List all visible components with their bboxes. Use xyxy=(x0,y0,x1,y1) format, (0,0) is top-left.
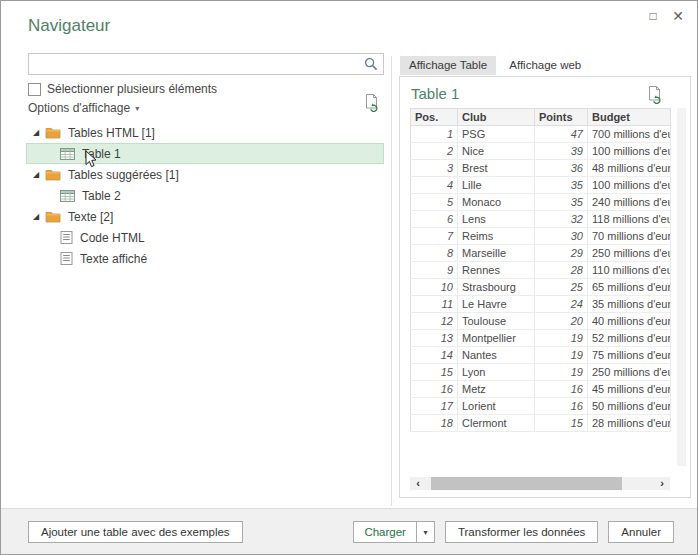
load-dropdown-button[interactable]: ▾ xyxy=(416,521,435,543)
table-cell: 28 millions d'euros xyxy=(588,415,671,432)
expand-arrow-icon[interactable]: ◢ xyxy=(33,171,43,179)
cancel-button[interactable]: Annuler xyxy=(608,521,674,543)
table-row: 8Marseille29250 millions d'euro xyxy=(411,245,671,262)
display-options-dropdown[interactable]: Options d'affichage ▾ xyxy=(28,101,139,115)
table-cell: 8 xyxy=(411,245,458,262)
refresh-icon[interactable] xyxy=(364,93,380,115)
mouse-cursor-icon xyxy=(85,150,97,171)
tree: ◢Tables HTML [1]Table 1◢Tables suggérées… xyxy=(26,122,384,269)
tree-item-label: Tables HTML [1] xyxy=(68,126,155,140)
tab-affichage-table[interactable]: Affichage Table xyxy=(400,56,496,75)
table-cell: 110 millions d'euro xyxy=(588,262,671,279)
table-cell: 75 millions d'euros xyxy=(588,347,671,364)
preview-title: Table 1 xyxy=(411,85,459,102)
table-cell: 15 xyxy=(535,415,588,432)
folder-icon xyxy=(45,168,61,181)
footer: Ajouter une table avec des exemples Char… xyxy=(1,508,697,554)
load-split-button: Charger ▾ xyxy=(353,521,435,543)
tree-item-tables-sugg-r-es-1-[interactable]: ◢Tables suggérées [1] xyxy=(26,164,384,185)
tree-item-table-2[interactable]: Table 2 xyxy=(26,185,384,206)
table-cell: 50 millions d'euros xyxy=(588,398,671,415)
expand-arrow-icon[interactable]: ◢ xyxy=(33,213,43,221)
table-cell: Metz xyxy=(458,381,535,398)
table-cell: 20 xyxy=(535,313,588,330)
table-cell: 16 xyxy=(411,381,458,398)
search-box[interactable] xyxy=(28,53,384,75)
table-cell: 24 xyxy=(535,296,588,313)
table-cell: 35 xyxy=(535,177,588,194)
display-options-label: Options d'affichage xyxy=(28,101,130,115)
table-cell: 6 xyxy=(411,211,458,228)
table-cell: 100 millions d'euro xyxy=(588,143,671,160)
multi-select-checkbox[interactable] xyxy=(28,83,41,96)
text-file-icon xyxy=(60,231,73,244)
table-cell: 25 xyxy=(535,279,588,296)
folder-icon xyxy=(45,126,61,139)
scroll-right-icon[interactable]: › xyxy=(654,477,670,490)
tree-item-table-1[interactable]: Table 1 xyxy=(26,143,384,164)
table-cell: Brest xyxy=(458,160,535,177)
scrollbar-track[interactable] xyxy=(426,477,654,490)
table-cell: 35 xyxy=(535,194,588,211)
add-table-from-examples-button[interactable]: Ajouter une table avec des exemples xyxy=(28,521,243,543)
search-icon[interactable] xyxy=(364,57,378,71)
table-cell: 30 xyxy=(535,228,588,245)
table-row: 16Metz1645 millions d'euros xyxy=(411,381,671,398)
expand-arrow-icon[interactable]: ◢ xyxy=(33,129,43,137)
table-cell: Lyon xyxy=(458,364,535,381)
table-cell: 36 xyxy=(535,160,588,177)
table-cell: Le Havre xyxy=(458,296,535,313)
table-cell: 5 xyxy=(411,194,458,211)
table-cell: 9 xyxy=(411,262,458,279)
search-input[interactable] xyxy=(29,55,364,73)
table-row: 17Lorient1650 millions d'euros xyxy=(411,398,671,415)
transform-data-button[interactable]: Transformer les données xyxy=(445,521,598,543)
column-header: Pos. xyxy=(411,109,458,126)
table-row: 12Toulouse2040 millions d'euros xyxy=(411,313,671,330)
vertical-scrollbar[interactable] xyxy=(677,108,686,466)
refresh-preview-icon[interactable] xyxy=(647,85,663,107)
table-cell: 118 millions d'euro xyxy=(588,211,671,228)
tree-item-code-html[interactable]: Code HTML xyxy=(26,227,384,248)
table-cell: 52 millions d'euros xyxy=(588,330,671,347)
table-row: 6Lens32118 millions d'euro xyxy=(411,211,671,228)
multi-select-row[interactable]: Sélectionner plusieurs éléments xyxy=(28,82,217,96)
tree-item-tables-html-1-[interactable]: ◢Tables HTML [1] xyxy=(26,122,384,143)
tree-item-texte-2-[interactable]: ◢Texte [2] xyxy=(26,206,384,227)
horizontal-scrollbar[interactable]: ‹ › xyxy=(410,477,670,490)
maximize-button[interactable]: □ xyxy=(643,6,663,26)
table-cell: 7 xyxy=(411,228,458,245)
table-row: 15Lyon19250 millions d'euro xyxy=(411,364,671,381)
tree-item-label: Table 2 xyxy=(82,189,121,203)
tree-item-texte-affich-[interactable]: Texte affiché xyxy=(26,248,384,269)
table-cell: 70 millions d'euros xyxy=(588,228,671,245)
chevron-down-icon: ▾ xyxy=(135,104,139,113)
table-cell: 17 xyxy=(411,398,458,415)
scrollbar-thumb[interactable] xyxy=(431,477,623,490)
tab-affichage-web[interactable]: Affichage web xyxy=(500,56,590,75)
table-cell: 250 millions d'euro xyxy=(588,364,671,381)
table-cell: 19 xyxy=(535,364,588,381)
panel-divider xyxy=(391,56,392,506)
table-icon xyxy=(60,148,75,160)
preview-table: Pos.ClubPointsBudget 1PSG47700 millions … xyxy=(410,108,671,432)
table-cell: Nice xyxy=(458,143,535,160)
close-button[interactable]: ✕ xyxy=(668,6,688,26)
table-header-row: Pos.ClubPointsBudget xyxy=(411,109,671,126)
text-file-icon xyxy=(60,252,73,265)
table-cell: Clermont xyxy=(458,415,535,432)
table-row: 7Reims3070 millions d'euros xyxy=(411,228,671,245)
table-cell: Lens xyxy=(458,211,535,228)
table-cell: 35 millions d'euros xyxy=(588,296,671,313)
table-cell: 16 xyxy=(535,398,588,415)
tree-item-label: Code HTML xyxy=(80,231,145,245)
table-cell: 39 xyxy=(535,143,588,160)
load-button[interactable]: Charger xyxy=(353,521,417,543)
multi-select-label: Sélectionner plusieurs éléments xyxy=(47,82,217,96)
table-cell: 16 xyxy=(535,381,588,398)
scroll-left-icon[interactable]: ‹ xyxy=(410,477,426,490)
table-cell: 18 xyxy=(411,415,458,432)
table-cell: 47 xyxy=(535,126,588,143)
table-body: 1PSG47700 millions d'euro2Nice39100 mill… xyxy=(411,126,671,432)
preview-pane: Table 1 Pos.ClubPointsBudget 1PSG47700 m… xyxy=(399,76,691,498)
